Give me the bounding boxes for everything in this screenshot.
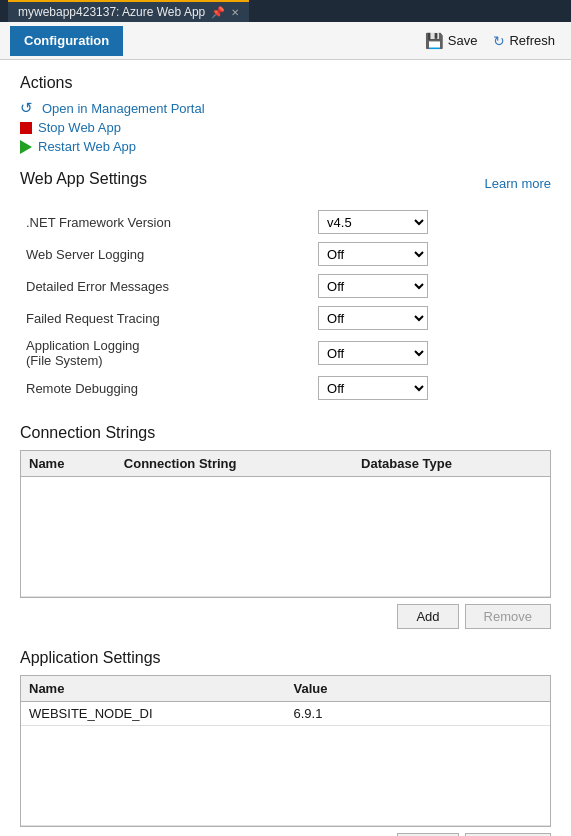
settings-label: Web Server Logging — [20, 238, 312, 270]
settings-table: .NET Framework Versionv4.5Web Server Log… — [20, 206, 551, 404]
settings-value-cell: Off — [312, 302, 551, 334]
settings-value-cell: Off — [312, 334, 551, 372]
settings-select[interactable]: Off — [318, 376, 428, 400]
actions-title: Actions — [20, 74, 551, 92]
portal-icon: ↺ — [20, 100, 36, 116]
settings-select[interactable]: v4.5 — [318, 210, 428, 234]
stop-app-link[interactable]: Stop Web App — [20, 120, 551, 135]
open-portal-label: Open in Management Portal — [42, 101, 205, 116]
conn-remove-button[interactable]: Remove — [465, 604, 551, 629]
config-tab-label: Configuration — [24, 33, 109, 48]
webapp-settings-section: Web App Settings Learn more .NET Framewo… — [20, 170, 551, 404]
col-dbtype-header: Database Type — [353, 451, 550, 477]
settings-header: Web App Settings Learn more — [20, 170, 551, 196]
settings-row: Remote DebuggingOff — [20, 372, 551, 404]
settings-label: .NET Framework Version — [20, 206, 312, 238]
main-content: Actions ↺ Open in Management Portal Stop… — [0, 60, 571, 836]
close-icon[interactable]: ✕ — [231, 7, 239, 18]
learn-more-link[interactable]: Learn more — [485, 176, 551, 191]
save-label: Save — [448, 33, 478, 48]
app-empty-rows — [21, 726, 550, 826]
settings-label: Detailed Error Messages — [20, 270, 312, 302]
settings-row: .NET Framework Versionv4.5 — [20, 206, 551, 238]
settings-row: Failed Request TracingOff — [20, 302, 551, 334]
open-portal-link[interactable]: ↺ Open in Management Portal — [20, 100, 551, 116]
refresh-button[interactable]: ↻ Refresh — [487, 30, 561, 52]
settings-value-cell: v4.5 — [312, 206, 551, 238]
settings-value-cell: Off — [312, 270, 551, 302]
title-bar: mywebapp423137: Azure Web App 📌 ✕ — [0, 0, 571, 22]
app-setting-value: 6.9.1 — [286, 702, 551, 726]
stop-app-label: Stop Web App — [38, 120, 121, 135]
conn-strings-table-container: Name Connection String Database Type — [20, 450, 551, 598]
actions-section: Actions ↺ Open in Management Portal Stop… — [20, 74, 551, 154]
config-tab[interactable]: Configuration — [10, 26, 123, 56]
settings-select[interactable]: Off — [318, 341, 428, 365]
settings-label: Remote Debugging — [20, 372, 312, 404]
app-settings-table: Name Value WEBSITE_NODE_DI 6.9.1 — [21, 676, 550, 826]
conn-add-button[interactable]: Add — [397, 604, 458, 629]
title-tab-label: mywebapp423137: Azure Web App — [18, 5, 205, 19]
col-name-header: Name — [21, 451, 116, 477]
settings-select[interactable]: Off — [318, 242, 428, 266]
settings-value-cell: Off — [312, 372, 551, 404]
app-col-name-header: Name — [21, 676, 286, 702]
conn-empty-row — [21, 477, 550, 597]
settings-select[interactable]: Off — [318, 274, 428, 298]
stop-icon — [20, 122, 32, 134]
webapp-settings-title: Web App Settings — [20, 170, 147, 188]
app-settings-title: Application Settings — [20, 649, 551, 667]
settings-label: Application Logging (File System) — [20, 334, 312, 372]
conn-strings-title: Connection Strings — [20, 424, 551, 442]
refresh-icon: ↻ — [493, 33, 505, 49]
settings-select[interactable]: Off — [318, 306, 428, 330]
app-settings-section: Application Settings Name Value WEBSITE_… — [20, 649, 551, 836]
refresh-label: Refresh — [509, 33, 555, 48]
app-setting-name: WEBSITE_NODE_DI — [21, 702, 286, 726]
col-connstr-header: Connection String — [116, 451, 353, 477]
app-col-value-header: Value — [286, 676, 551, 702]
conn-strings-actions: Add Remove — [20, 604, 551, 629]
settings-row: Application Logging (File System)Off — [20, 334, 551, 372]
conn-strings-table: Name Connection String Database Type — [21, 451, 550, 597]
save-button[interactable]: 💾 Save — [419, 29, 484, 53]
restart-app-label: Restart Web App — [38, 139, 136, 154]
save-icon: 💾 — [425, 32, 444, 50]
title-tab[interactable]: mywebapp423137: Azure Web App 📌 ✕ — [8, 0, 249, 22]
conn-strings-section: Connection Strings Name Connection Strin… — [20, 424, 551, 629]
settings-value-cell: Off — [312, 238, 551, 270]
settings-row: Web Server LoggingOff — [20, 238, 551, 270]
app-settings-table-container: Name Value WEBSITE_NODE_DI 6.9.1 — [20, 675, 551, 827]
settings-label: Failed Request Tracing — [20, 302, 312, 334]
settings-row: Detailed Error MessagesOff — [20, 270, 551, 302]
toolbar: Configuration 💾 Save ↻ Refresh — [0, 22, 571, 60]
restart-app-link[interactable]: Restart Web App — [20, 139, 551, 154]
pin-icon: 📌 — [211, 6, 225, 19]
restart-icon — [20, 140, 32, 154]
table-row: WEBSITE_NODE_DI 6.9.1 — [21, 702, 550, 726]
